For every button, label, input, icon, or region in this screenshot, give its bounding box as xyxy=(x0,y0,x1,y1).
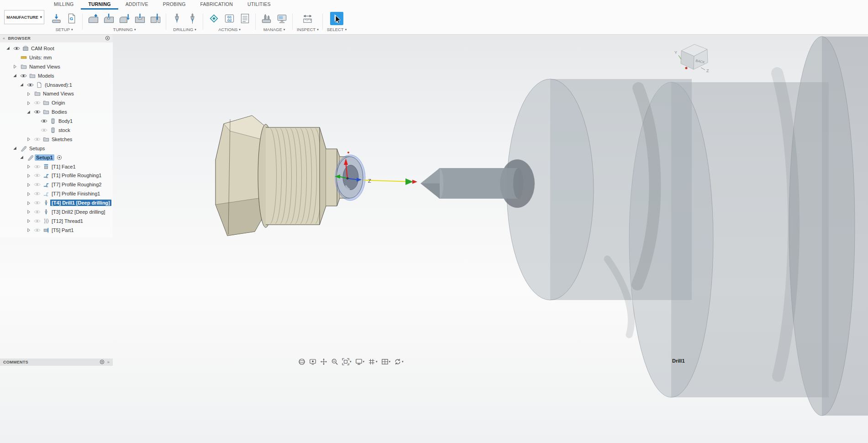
expand-arrow-icon[interactable] xyxy=(11,64,19,69)
expand-arrow-icon[interactable] xyxy=(24,101,33,105)
ribbon-group-dropdown[interactable]: SETUP▾ xyxy=(55,26,73,33)
expand-arrow-icon[interactable] xyxy=(24,92,33,96)
tree-row[interactable]: Named Views xyxy=(0,89,113,98)
tree-row[interactable]: Named Views xyxy=(0,62,113,71)
visibility-eye-icon[interactable] xyxy=(33,173,42,178)
tree-item-label[interactable]: Sketches xyxy=(50,136,74,142)
tree-item-label[interactable]: [T1] Face1 xyxy=(50,163,77,170)
viewport-3d[interactable]: Z BACK Y Z xyxy=(0,34,868,443)
tab-utilities[interactable]: UTILITIES xyxy=(240,0,278,10)
tree-row[interactable]: [T3] Drill2 [Deep drilling] xyxy=(0,207,113,216)
tree-item-label[interactable]: Setups xyxy=(28,145,46,152)
tab-fabrication[interactable]: FABRICATION xyxy=(193,0,240,10)
visibility-eye-icon[interactable] xyxy=(33,100,42,105)
turn-single-groove-button[interactable] xyxy=(133,12,147,25)
drill-tool[interactable] xyxy=(421,159,535,208)
tree-row[interactable]: (Unsaved):1 xyxy=(0,80,113,90)
turn-face-button[interactable] xyxy=(118,12,131,25)
collapse-arrow-icon[interactable] xyxy=(17,83,26,87)
comments-options-icon[interactable] xyxy=(100,359,105,365)
tree-row[interactable]: [T7] Profile Finishing1 xyxy=(0,189,113,198)
collapse-panel-icon[interactable]: « xyxy=(3,36,5,41)
visibility-eye-icon[interactable] xyxy=(33,182,42,187)
tool-library-button[interactable] xyxy=(260,12,273,25)
collapse-arrow-icon[interactable] xyxy=(4,46,12,50)
tree-row[interactable]: stock xyxy=(0,126,113,135)
turn-groove-button[interactable] xyxy=(102,12,116,25)
look-at-button[interactable] xyxy=(308,358,318,366)
refresh-button[interactable]: ▾ xyxy=(393,358,405,366)
visibility-eye-icon[interactable] xyxy=(33,228,42,232)
grid-and-snaps-button[interactable]: ▾ xyxy=(367,358,379,366)
machine-library-button[interactable] xyxy=(275,12,289,25)
tree-item-label[interactable]: [T7] Profile Finishing1 xyxy=(50,190,101,197)
stock-cylinder-front[interactable] xyxy=(507,79,692,335)
tree-item-label[interactable]: Setup1 xyxy=(35,154,54,161)
tree-item-label[interactable]: [T12] Thread1 xyxy=(50,218,84,224)
fit-button[interactable]: ▾ xyxy=(341,358,353,366)
collapse-arrow-icon[interactable] xyxy=(17,155,26,159)
viewcube[interactable]: BACK Y Z xyxy=(674,44,709,73)
display-settings-button[interactable]: ▾ xyxy=(354,358,366,366)
ribbon-group-dropdown[interactable]: MANAGE▾ xyxy=(263,26,285,33)
visibility-eye-icon[interactable] xyxy=(33,219,42,223)
tree-item-label[interactable]: Origin xyxy=(50,100,66,106)
turn-part-button[interactable] xyxy=(149,12,162,25)
ribbon-group-dropdown[interactable]: ACTIONS▾ xyxy=(218,26,241,33)
visibility-eye-icon[interactable] xyxy=(33,137,42,142)
expand-arrow-icon[interactable] xyxy=(24,210,33,214)
comments-panel[interactable]: COMMENTS » xyxy=(0,359,113,366)
tree-item-label[interactable]: Bodies xyxy=(50,109,68,115)
visibility-eye-icon[interactable] xyxy=(12,46,21,51)
tree-row[interactable]: [T4] Drill1 [Deep drilling] xyxy=(0,198,113,207)
expand-arrow-icon[interactable] xyxy=(24,137,33,141)
tab-turning[interactable]: TURNING xyxy=(81,0,118,10)
expand-arrow-icon[interactable] xyxy=(24,174,33,178)
tree-item-label[interactable]: stock xyxy=(57,127,72,133)
expand-panel-icon[interactable]: » xyxy=(107,360,110,364)
tree-row[interactable]: Setup1 xyxy=(0,153,113,162)
ribbon-group-dropdown[interactable]: SELECT▾ xyxy=(327,26,347,33)
visibility-eye-icon[interactable] xyxy=(40,119,48,123)
ribbon-group-dropdown[interactable]: DRILLING▾ xyxy=(173,26,196,33)
drill-button[interactable] xyxy=(170,12,184,25)
select-cursor-button[interactable] xyxy=(330,12,343,25)
tree-row[interactable]: [T7] Profile Roughing2 xyxy=(0,180,113,189)
tree-item-label[interactable]: CAM Root xyxy=(30,45,56,52)
tree-item-label[interactable]: Units: mm xyxy=(28,54,53,61)
expand-arrow-icon[interactable] xyxy=(24,192,33,196)
tree-row[interactable]: Units: mm xyxy=(0,53,113,62)
simulate-button[interactable] xyxy=(207,12,221,25)
tree-row[interactable]: [T5] Part1 xyxy=(0,226,113,235)
expand-arrow-icon[interactable] xyxy=(24,219,33,223)
pan-button[interactable] xyxy=(319,358,329,366)
visibility-eye-icon[interactable] xyxy=(19,74,28,78)
tree-item-label[interactable]: Body1 xyxy=(57,118,74,124)
visibility-eye-icon[interactable] xyxy=(33,191,42,196)
tree-item-label[interactable]: [T7] Profile Roughing2 xyxy=(50,181,103,188)
ribbon-group-dropdown[interactable]: INSPECT▾ xyxy=(297,26,319,33)
visibility-eye-icon[interactable] xyxy=(26,83,35,87)
panel-options-icon[interactable] xyxy=(105,36,110,42)
viewport-3d-scene[interactable]: Z BACK Y Z xyxy=(0,34,868,443)
tree-row[interactable]: Bodies xyxy=(0,107,113,116)
orbit-button[interactable] xyxy=(297,358,307,366)
tree-item-label[interactable]: Models xyxy=(37,73,55,79)
tree-row[interactable]: CAM Root xyxy=(0,44,113,53)
tab-milling[interactable]: MILLING xyxy=(47,0,81,10)
tree-item-label[interactable]: Named Views xyxy=(28,63,62,70)
turn-profile-button[interactable] xyxy=(87,12,100,25)
tree-row[interactable]: Sketches xyxy=(0,135,113,144)
active-setup-radio-icon[interactable] xyxy=(56,155,63,160)
tab-additive[interactable]: ADDITIVE xyxy=(118,0,156,10)
tree-item-label[interactable]: Named Views xyxy=(42,90,75,97)
tree-item-label[interactable]: [T5] Part1 xyxy=(50,227,75,233)
ribbon-group-dropdown[interactable]: TURNING▾ xyxy=(113,26,136,33)
zoom-button[interactable] xyxy=(330,358,340,366)
expand-arrow-icon[interactable] xyxy=(24,164,33,169)
workspace-selector[interactable]: MANUFACTURE ▾ xyxy=(4,10,44,24)
gcode-document-button[interactable]: G xyxy=(65,12,79,25)
setup-sheet-button[interactable] xyxy=(238,12,252,25)
drill-deep-button[interactable] xyxy=(186,12,199,25)
visibility-eye-icon[interactable] xyxy=(40,128,48,132)
